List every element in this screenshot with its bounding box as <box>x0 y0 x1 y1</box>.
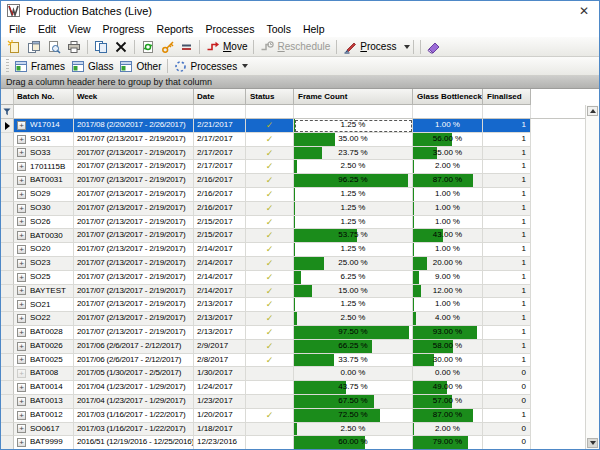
date-cell[interactable]: 1/23/2017 <box>194 395 246 409</box>
vertical-scrollbar[interactable] <box>585 105 599 449</box>
week-cell[interactable]: 2017/07 (2/13/2017 - 2/19/2017) <box>74 202 194 216</box>
filter-finalised[interactable] <box>483 105 531 118</box>
frame-count-cell[interactable]: 35.00 % <box>294 133 413 147</box>
frame-count-cell[interactable]: 25.00 % <box>294 257 413 271</box>
expand-button[interactable]: + <box>17 328 26 337</box>
date-cell[interactable]: 2/15/2017 <box>194 229 246 243</box>
finalised-cell[interactable]: 1 <box>483 298 531 312</box>
status-cell[interactable]: ✓ <box>246 216 294 230</box>
status-cell[interactable] <box>246 423 294 437</box>
glass-bottleneck-cell[interactable]: 1.00 % <box>413 216 483 230</box>
frame-count-cell[interactable]: 6.25 % <box>294 271 413 285</box>
expand-button[interactable]: + <box>17 355 26 364</box>
table-row[interactable]: +W170142017/08 (2/20/2017 - 2/26/2017)2/… <box>1 119 599 133</box>
print-preview-button[interactable] <box>44 38 64 56</box>
menu-progress[interactable]: Progress <box>97 21 151 37</box>
week-cell[interactable]: 2017/05 (1/30/2017 - 2/5/2017) <box>74 367 194 381</box>
expand-button[interactable]: + <box>17 121 26 130</box>
date-cell[interactable]: 2/14/2017 <box>194 243 246 257</box>
week-cell[interactable]: 2017/04 (1/23/2017 - 1/29/2017) <box>74 381 194 395</box>
filter-week[interactable] <box>74 105 194 118</box>
date-cell[interactable]: 1/18/2017 <box>194 423 246 437</box>
menu-view[interactable]: View <box>62 21 97 37</box>
frame-count-cell[interactable]: 0.00 % <box>294 367 413 381</box>
frame-count-cell[interactable]: 1.25 % <box>294 202 413 216</box>
batch-cell[interactable]: +1701115B <box>14 160 74 174</box>
table-row[interactable]: +SO232017/07 (2/13/2017 - 2/19/2017)2/14… <box>1 257 599 271</box>
menu-help[interactable]: Help <box>297 21 331 37</box>
status-cell[interactable]: ✓ <box>246 188 294 202</box>
eraser-button[interactable] <box>424 38 444 56</box>
glass-bottleneck-cell[interactable]: 57.00 % <box>413 395 483 409</box>
frame-count-cell[interactable]: 1.25 % <box>294 188 413 202</box>
batch-cell[interactable]: +BAT0026 <box>14 340 74 354</box>
week-cell[interactable]: 2017/07 (2/13/2017 - 2/19/2017) <box>74 285 194 299</box>
table-row[interactable]: +BAT00122017/03 (1/16/2017 - 1/22/2017)1… <box>1 409 599 423</box>
batch-cell[interactable]: +SO30 <box>14 202 74 216</box>
finalised-cell[interactable]: 1 <box>483 285 531 299</box>
scroll-up-button[interactable] <box>587 106 598 116</box>
week-cell[interactable]: 2017/03 (1/16/2017 - 1/22/2017) <box>74 423 194 437</box>
expand-button[interactable]: + <box>17 259 26 268</box>
expand-button[interactable]: + <box>17 204 26 213</box>
date-cell[interactable]: 2/8/2017 <box>194 354 246 368</box>
date-cell[interactable]: 2/17/2017 <box>194 160 246 174</box>
expand-button[interactable]: + <box>17 148 26 157</box>
glass-tab-button[interactable]: Glass <box>68 57 117 75</box>
frame-count-cell[interactable]: 2.50 % <box>294 312 413 326</box>
frame-count-cell[interactable]: 15.00 % <box>294 285 413 299</box>
glass-bottleneck-cell[interactable]: 20.00 % <box>413 257 483 271</box>
week-cell[interactable]: 2017/04 (1/23/2017 - 1/29/2017) <box>74 395 194 409</box>
finalised-cell[interactable]: 1 <box>483 202 531 216</box>
expand-button[interactable]: + <box>17 217 26 226</box>
date-cell[interactable]: 1/24/2017 <box>194 381 246 395</box>
batch-cell[interactable]: +BAT9999 <box>14 436 74 449</box>
status-cell[interactable]: ✓ <box>246 243 294 257</box>
expand-button[interactable]: + <box>17 314 26 323</box>
finalised-cell[interactable]: 0 <box>483 436 531 449</box>
glass-bottleneck-cell[interactable]: 87.00 % <box>413 174 483 188</box>
date-cell[interactable]: 2/14/2017 <box>194 285 246 299</box>
status-cell[interactable]: ✓ <box>246 229 294 243</box>
glass-bottleneck-cell[interactable]: 58.00 % <box>413 340 483 354</box>
glass-bottleneck-cell[interactable]: 2.00 % <box>413 423 483 437</box>
group-by-bar[interactable]: Drag a column header here to group by th… <box>1 76 599 89</box>
table-row[interactable]: +SO222017/07 (2/13/2017 - 2/19/2017)2/13… <box>1 312 599 326</box>
finalised-cell[interactable]: 0 <box>483 423 531 437</box>
finalised-cell[interactable]: 1 <box>483 354 531 368</box>
filter-date[interactable] <box>194 105 246 118</box>
expand-button[interactable]: + <box>17 300 26 309</box>
finalised-cell[interactable]: 1 <box>483 312 531 326</box>
status-cell[interactable] <box>246 436 294 449</box>
finalised-cell[interactable]: 1 <box>483 340 531 354</box>
filter-batch[interactable] <box>14 105 74 118</box>
expand-button[interactable]: + <box>17 245 26 254</box>
frame-count-cell[interactable]: 1.25 % <box>294 216 413 230</box>
process-button[interactable]: Process <box>340 38 399 56</box>
finalised-cell[interactable]: 1 <box>483 271 531 285</box>
finalised-cell[interactable]: 1 <box>483 257 531 271</box>
table-row[interactable]: +BAT00262017/06 (2/6/2017 - 2/12/2017)2/… <box>1 340 599 354</box>
status-cell[interactable]: ✓ <box>246 326 294 340</box>
week-cell[interactable]: 2017/06 (2/6/2017 - 2/12/2017) <box>74 340 194 354</box>
batch-cell[interactable]: +BAT0014 <box>14 381 74 395</box>
batch-cell[interactable]: +SO20 <box>14 243 74 257</box>
status-cell[interactable]: ✓ <box>246 119 294 133</box>
header-status[interactable]: Status <box>246 89 294 105</box>
glass-bottleneck-cell[interactable]: 1.00 % <box>413 298 483 312</box>
frame-count-cell[interactable]: 2.50 % <box>294 160 413 174</box>
glass-bottleneck-cell[interactable]: 1.00 % <box>413 243 483 257</box>
week-cell[interactable]: 2017/07 (2/13/2017 - 2/19/2017) <box>74 271 194 285</box>
print-button[interactable] <box>64 38 84 56</box>
week-cell[interactable]: 2017/07 (2/13/2017 - 2/19/2017) <box>74 174 194 188</box>
filter-glass-bottleneck[interactable] <box>413 105 483 118</box>
finalised-cell[interactable]: 1 <box>483 119 531 133</box>
finalised-cell[interactable]: 1 <box>483 133 531 147</box>
batch-cell[interactable]: +SO23 <box>14 257 74 271</box>
glass-bottleneck-cell[interactable]: 9.00 % <box>413 271 483 285</box>
frame-count-cell[interactable]: 67.50 % <box>294 395 413 409</box>
status-cell[interactable]: ✓ <box>246 285 294 299</box>
week-cell[interactable]: 2017/07 (2/13/2017 - 2/19/2017) <box>74 147 194 161</box>
week-cell[interactable]: 2017/07 (2/13/2017 - 2/19/2017) <box>74 133 194 147</box>
reschedule-button[interactable]: Reschedule <box>257 38 333 56</box>
